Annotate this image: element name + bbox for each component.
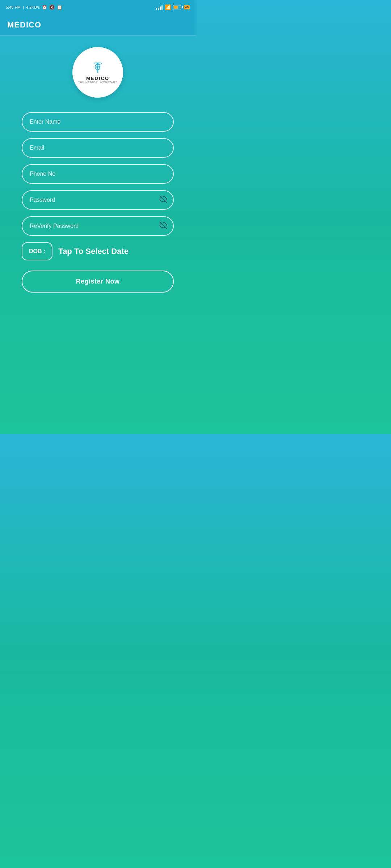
- password-toggle-icon[interactable]: [159, 195, 167, 205]
- dob-tap-text[interactable]: Tap To Select Date: [58, 247, 129, 256]
- logo-text: MEDICO: [86, 76, 109, 81]
- sim-icon: 📋: [57, 5, 62, 10]
- reverify-toggle-icon[interactable]: [159, 221, 167, 231]
- status-right: 📶 40: [156, 4, 190, 10]
- app-header: MEDICO: [0, 14, 196, 36]
- phone-field-wrapper: [22, 164, 174, 184]
- data-speed: 4.2KB/s: [26, 5, 40, 9]
- name-field-wrapper: [22, 112, 174, 132]
- signal-icon: [156, 5, 163, 10]
- wifi-icon: 📶: [165, 4, 171, 10]
- phone-input[interactable]: [22, 164, 174, 184]
- form-container: DOB : Tap To Select Date Register Now: [22, 112, 174, 293]
- logo-subtitle: THE MEDICAL ASSISTANT: [78, 81, 117, 84]
- reverify-field-wrapper: [22, 216, 174, 236]
- speed-display: |: [23, 5, 24, 9]
- register-button[interactable]: Register Now: [22, 271, 174, 293]
- dob-label[interactable]: DOB :: [22, 242, 52, 260]
- status-left: 5:45 PM | 4.2KB/s ⏰ 🔇 📋: [6, 5, 62, 10]
- dob-row[interactable]: DOB : Tap To Select Date: [22, 242, 174, 260]
- alarm-icon: ⏰: [42, 5, 47, 10]
- status-bar: 5:45 PM | 4.2KB/s ⏰ 🔇 📋 📶 40: [0, 0, 196, 14]
- notification-icon: 🔇: [49, 5, 55, 10]
- name-input[interactable]: [22, 112, 174, 132]
- reverify-input[interactable]: [22, 216, 174, 236]
- main-content: MEDICO THE MEDICAL ASSISTANT: [0, 36, 196, 303]
- password-input[interactable]: [22, 190, 174, 210]
- logo-icon: [91, 61, 104, 74]
- logo-container: MEDICO THE MEDICAL ASSISTANT: [72, 47, 123, 98]
- email-field-wrapper: [22, 138, 174, 158]
- battery-icon: 40: [173, 5, 190, 9]
- email-input[interactable]: [22, 138, 174, 158]
- password-field-wrapper: [22, 190, 174, 210]
- app-title: MEDICO: [7, 20, 41, 29]
- time-display: 5:45 PM: [6, 5, 21, 9]
